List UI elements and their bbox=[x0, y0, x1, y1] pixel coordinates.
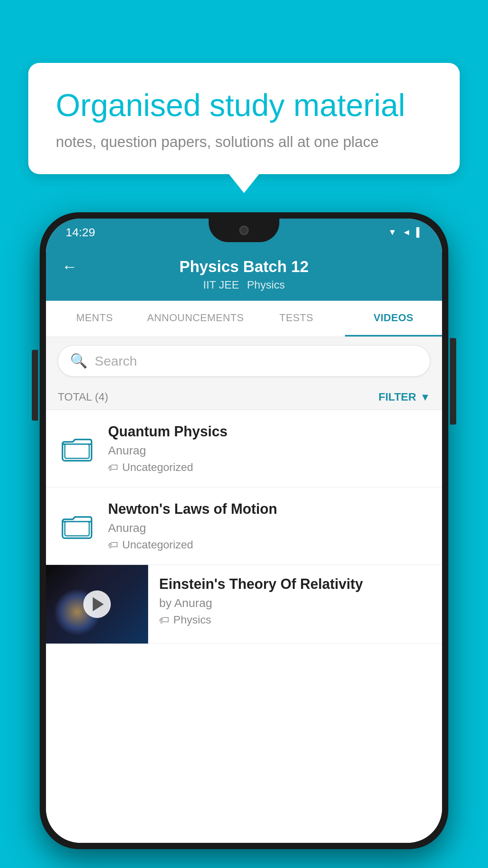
back-button[interactable]: ← bbox=[62, 258, 77, 276]
svg-rect-3 bbox=[65, 522, 89, 536]
phone-outer: 14:29 ▼ ◄ ▌ ← Physics Batch 12 IIT JEE bbox=[40, 212, 448, 849]
list-item[interactable]: Einstein's Theory Of Relativity by Anura… bbox=[46, 565, 442, 644]
folder-icon-wrapper bbox=[58, 435, 97, 462]
phone-screen: 14:29 ▼ ◄ ▌ ← Physics Batch 12 IIT JEE bbox=[46, 219, 442, 843]
video-author: Anurag bbox=[108, 521, 430, 535]
total-count: TOTAL (4) bbox=[58, 391, 108, 403]
filter-label: FILTER bbox=[378, 391, 416, 403]
tabs: MENTS ANNOUNCEMENTS TESTS VIDEOS bbox=[46, 301, 442, 337]
video-tag: 🏷 Uncategorized bbox=[108, 539, 430, 551]
front-camera bbox=[239, 226, 249, 235]
wifi-icon: ▼ bbox=[388, 227, 397, 237]
header-title: Physics Batch 12 bbox=[179, 258, 308, 276]
play-button[interactable] bbox=[83, 590, 111, 618]
phone-wrapper: 14:29 ▼ ◄ ▌ ← Physics Batch 12 IIT JEE bbox=[40, 212, 448, 849]
filter-row: TOTAL (4) FILTER ▼ bbox=[46, 384, 442, 410]
speech-bubble-subtitle: notes, question papers, solutions all at… bbox=[56, 134, 432, 151]
filter-icon: ▼ bbox=[420, 391, 430, 403]
svg-rect-1 bbox=[65, 444, 89, 458]
tab-announcements[interactable]: ANNOUNCEMENTS bbox=[143, 301, 248, 337]
tag-label: Uncategorized bbox=[122, 461, 193, 474]
tab-ments[interactable]: MENTS bbox=[46, 301, 143, 337]
folder-icon bbox=[62, 435, 93, 462]
video-thumbnail[interactable] bbox=[46, 565, 148, 644]
tag-label: Physics bbox=[173, 614, 211, 626]
phone-notch bbox=[209, 219, 279, 242]
tag-label: Uncategorized bbox=[122, 539, 193, 551]
video-tag: 🏷 Uncategorized bbox=[108, 461, 430, 474]
speech-bubble-title: Organised study material bbox=[56, 86, 432, 124]
video-title: Quantum Physics bbox=[108, 423, 430, 440]
video-list: Quantum Physics Anurag 🏷 Uncategorized bbox=[46, 410, 442, 644]
status-time: 14:29 bbox=[66, 226, 95, 239]
video-author: by Anurag bbox=[159, 596, 430, 610]
app-header: ← Physics Batch 12 IIT JEE Physics bbox=[46, 246, 442, 301]
video-author: Anurag bbox=[108, 444, 430, 457]
folder-icon-wrapper bbox=[58, 512, 97, 540]
header-row: ← Physics Batch 12 bbox=[62, 258, 426, 276]
folder-icon bbox=[62, 512, 93, 540]
video-info: Newton's Laws of Motion Anurag 🏷 Uncateg… bbox=[108, 501, 430, 551]
video-tag: 🏷 Physics bbox=[159, 614, 430, 626]
list-item[interactable]: Newton's Laws of Motion Anurag 🏷 Uncateg… bbox=[46, 487, 442, 565]
speech-bubble: Organised study material notes, question… bbox=[28, 63, 460, 174]
header-subtitle-left: IIT JEE bbox=[203, 279, 239, 291]
header-subtitle: IIT JEE Physics bbox=[203, 279, 285, 291]
search-placeholder: Search bbox=[95, 353, 137, 369]
tag-icon: 🏷 bbox=[108, 539, 118, 551]
filter-button[interactable]: FILTER ▼ bbox=[378, 391, 430, 403]
tab-videos[interactable]: VIDEOS bbox=[345, 301, 442, 337]
tab-tests[interactable]: TESTS bbox=[248, 301, 345, 337]
status-icons: ▼ ◄ ▌ bbox=[388, 227, 422, 237]
app-content: ← Physics Batch 12 IIT JEE Physics MENTS… bbox=[46, 246, 442, 843]
search-bar-wrapper: 🔍 Search bbox=[46, 337, 442, 384]
video-title: Einstein's Theory Of Relativity bbox=[159, 576, 430, 592]
video-info: Einstein's Theory Of Relativity by Anura… bbox=[148, 565, 430, 637]
tag-icon: 🏷 bbox=[108, 462, 118, 474]
play-triangle-icon bbox=[93, 597, 104, 611]
tag-icon: 🏷 bbox=[159, 614, 169, 626]
header-subtitle-right: Physics bbox=[247, 279, 284, 291]
search-bar[interactable]: 🔍 Search bbox=[58, 345, 430, 377]
battery-icon: ▌ bbox=[416, 227, 422, 237]
search-icon: 🔍 bbox=[70, 353, 88, 369]
video-title: Newton's Laws of Motion bbox=[108, 501, 430, 517]
signal-icon: ◄ bbox=[402, 227, 411, 237]
list-item[interactable]: Quantum Physics Anurag 🏷 Uncategorized bbox=[46, 410, 442, 487]
video-info: Quantum Physics Anurag 🏷 Uncategorized bbox=[108, 423, 430, 474]
